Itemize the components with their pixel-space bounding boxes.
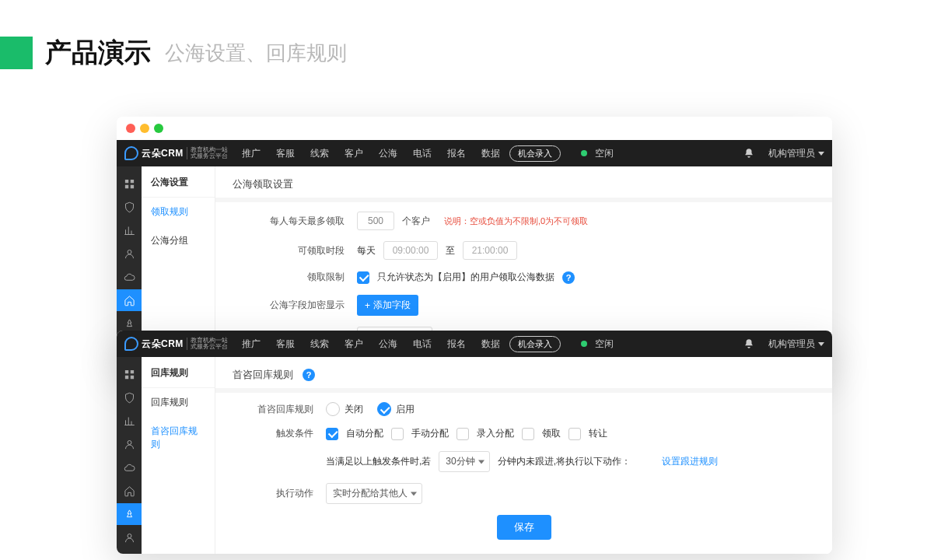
logo-icon — [124, 337, 138, 351]
select-action[interactable]: 实时分配给其他人 — [326, 483, 422, 504]
status-text: 空闲 — [595, 147, 614, 160]
select-duration[interactable]: 30分钟 — [439, 451, 489, 472]
side-link-claim-rules[interactable]: 领取规则 — [142, 198, 215, 226]
cb-manual-assign[interactable] — [391, 428, 404, 440]
radio-group-rule: 关闭 启用 — [326, 402, 424, 416]
bell-icon[interactable] — [743, 148, 754, 159]
logo-text: 云朵CRM — [142, 147, 184, 160]
maximize-dot-icon[interactable] — [154, 124, 163, 133]
label-time-range: 可领取时段 — [233, 244, 349, 257]
text-when-trigger: 当满足以上触发条件时,若 — [326, 455, 431, 468]
side-panel2: 回库规则 回库规则 首咨回库规则 — [142, 357, 215, 554]
window-return-rules: 云朵CRM 教育机构一站 式服务云平台 推广 客服 线索 客户 公海 电话 报名… — [117, 331, 832, 554]
nav-customers[interactable]: 客户 — [338, 338, 369, 351]
radio-on-label: 启用 — [396, 403, 415, 416]
nav-service[interactable]: 客服 — [270, 338, 301, 351]
rail-user-icon[interactable] — [117, 243, 142, 264]
rail-cloud-icon[interactable] — [117, 457, 142, 478]
user-menu[interactable]: 机构管理员 — [768, 147, 824, 160]
opportunity-entry-button[interactable]: 机会录入 — [509, 336, 561, 352]
cb-entry-assign-label: 录入分配 — [477, 427, 514, 440]
content-title2: 首咨回库规则 ? — [233, 368, 815, 382]
input-time-to[interactable] — [463, 241, 517, 260]
side-link-return-rules[interactable]: 回库规则 — [142, 388, 215, 417]
nav-phone[interactable]: 电话 — [407, 147, 438, 160]
minimize-dot-icon[interactable] — [140, 124, 149, 133]
status-dot-icon — [581, 341, 587, 347]
radio-on[interactable] — [377, 402, 391, 416]
window-titlebar — [117, 117, 832, 140]
top-nav2: 云朵CRM 教育机构一站 式服务云平台 推广 客服 线索 客户 公海 电话 报名… — [117, 331, 832, 357]
user-menu[interactable]: 机构管理员 — [768, 338, 824, 351]
close-dot-icon[interactable] — [126, 124, 135, 133]
chevron-down-icon — [818, 152, 824, 156]
cb-claim[interactable] — [522, 428, 534, 440]
label-daily-limit: 每人每天最多领取 — [233, 215, 349, 228]
nav-signup[interactable]: 报名 — [441, 338, 472, 351]
row-trigger: 触发条件 自动分配 手动分配 录入分配 领取 转让 — [233, 427, 815, 440]
chevron-down-icon — [818, 342, 824, 346]
label-rule-toggle: 首咨回库规则 — [233, 403, 318, 416]
rail-chart-icon[interactable] — [117, 410, 142, 432]
nav-service[interactable]: 客服 — [270, 147, 301, 160]
cb-transfer-label: 转让 — [589, 427, 607, 440]
bell-icon[interactable] — [743, 338, 754, 349]
nav-leads[interactable]: 线索 — [304, 338, 335, 351]
logo-subtitle: 教育机构一站 式服务云平台 — [187, 338, 228, 350]
input-time-from[interactable] — [383, 241, 438, 260]
nav-customers[interactable]: 客户 — [338, 147, 369, 160]
cb-claim-label: 领取 — [542, 427, 561, 440]
rail-grid-icon[interactable] — [117, 363, 142, 385]
logo-icon — [124, 146, 138, 160]
rail-home-icon[interactable] — [117, 289, 142, 311]
save-button[interactable]: 保存 — [497, 515, 551, 540]
add-field-button[interactable]: + 添加字段 — [357, 295, 418, 316]
rail-grid-icon[interactable] — [117, 173, 142, 194]
help-icon[interactable]: ? — [303, 369, 315, 381]
side-link-pool-groups[interactable]: 公海分组 — [142, 226, 215, 255]
rail-home-icon[interactable] — [117, 480, 142, 502]
side-title2: 回库规则 — [142, 357, 215, 388]
slide-subtitle: 公海设置、回库规则 — [165, 40, 347, 67]
rail-user-icon[interactable] — [117, 433, 142, 455]
slide-title: 产品演示 — [45, 35, 151, 71]
rail-shield-icon[interactable] — [117, 387, 142, 408]
cb-auto-assign[interactable] — [326, 428, 338, 440]
nav-leads[interactable]: 线索 — [304, 147, 335, 160]
nav-publicpool[interactable]: 公海 — [373, 338, 404, 351]
nav-data[interactable]: 数据 — [475, 147, 506, 160]
nav-publicpool[interactable]: 公海 — [373, 147, 404, 160]
rail-shield-icon[interactable] — [117, 196, 142, 218]
side-title: 公海设置 — [142, 166, 215, 198]
rail-person-icon[interactable] — [117, 527, 142, 548]
nav-promo[interactable]: 推广 — [236, 338, 267, 351]
cb-entry-assign[interactable] — [457, 428, 469, 440]
logo-subtitle: 教育机构一站 式服务云平台 — [187, 147, 228, 159]
radio-off-label: 关闭 — [345, 403, 363, 416]
side-link-first-consult-return[interactable]: 首咨回库规则 — [142, 417, 215, 459]
nav-signup[interactable]: 报名 — [441, 147, 472, 160]
logo: 云朵CRM 教育机构一站 式服务云平台 — [124, 146, 228, 160]
rail-recycle-icon[interactable] — [117, 503, 142, 525]
link-set-follow-rules[interactable]: 设置跟进规则 — [662, 455, 718, 468]
label-encrypted-fields: 公海字段加密显示 — [233, 299, 349, 312]
nav-promo[interactable]: 推广 — [236, 147, 267, 160]
radio-off[interactable] — [326, 402, 340, 416]
text-minutes-no-follow: 分钟内未跟进,将执行以下动作： — [498, 455, 631, 468]
input-daily-limit[interactable] — [357, 212, 394, 230]
nav-data[interactable]: 数据 — [475, 338, 506, 351]
status-text: 空闲 — [595, 338, 614, 351]
row-time-range: 可领取时段 每天 至 — [233, 241, 815, 260]
nav-phone[interactable]: 电话 — [407, 338, 438, 351]
rail-chart-icon[interactable] — [117, 219, 142, 241]
status-dot-icon — [581, 150, 587, 156]
cb-transfer[interactable] — [568, 428, 581, 440]
rail-cloud-icon[interactable] — [117, 266, 142, 288]
slide-header: 产品演示 公海设置、回库规则 — [0, 0, 941, 71]
opportunity-entry-button[interactable]: 机会录入 — [509, 145, 561, 162]
help-icon[interactable]: ? — [562, 271, 575, 284]
svg-point-1 — [128, 534, 131, 537]
hint-daily-limit: 说明：空或负值为不限制,0为不可领取 — [444, 215, 588, 227]
checkbox-enabled-users-only[interactable] — [357, 271, 369, 284]
user-name: 机构管理员 — [768, 338, 815, 351]
